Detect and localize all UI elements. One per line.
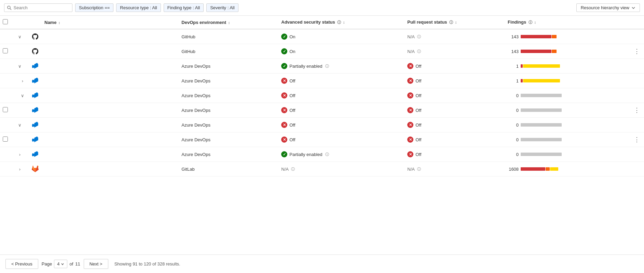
findings-cell: 0 [505, 132, 630, 147]
red-dot [407, 107, 413, 113]
col-header-security[interactable]: Advanced security status ⓘ ↕ [278, 16, 405, 29]
row-menu-icon[interactable]: ⋮ [632, 48, 641, 54]
findings-bar-container: 143 [508, 34, 627, 39]
findings-number: 1608 [508, 167, 519, 172]
findings-cell: 1 [505, 59, 630, 74]
search-input[interactable] [14, 5, 69, 10]
findings-number: 0 [508, 93, 519, 98]
findings-number: 143 [508, 34, 519, 39]
red-dot [407, 122, 413, 128]
status-off: Off [407, 107, 502, 113]
expand-cell [14, 103, 29, 118]
icon-cell [29, 59, 42, 74]
findings-bar [521, 50, 562, 53]
filter-subscription[interactable]: Subscription == [75, 3, 113, 12]
findings-bar-container: 0 [508, 93, 627, 98]
expand-icon[interactable]: › [19, 77, 26, 84]
status-off: Off [407, 78, 502, 84]
status-off: Off [407, 151, 502, 157]
expand-icon[interactable]: › [16, 151, 23, 158]
sort-findings-icon: ↕ [534, 20, 536, 24]
checkbox-cell [0, 29, 14, 44]
col-header-pr[interactable]: Pull request status ⓘ ↕ [405, 16, 505, 29]
bar-segment-gray [521, 123, 562, 127]
red-dot [281, 122, 287, 128]
name-cell [42, 147, 179, 162]
name-cell [42, 44, 179, 59]
expand-cell: ∨ [14, 29, 29, 44]
actions-cell [630, 59, 644, 74]
status-off: Off [407, 63, 502, 69]
col-header-name[interactable]: Name ↕ [42, 16, 179, 29]
status-na: N/Aⓘ [407, 167, 502, 172]
bar-segment-red [521, 167, 545, 171]
col-header-devops[interactable]: DevOps environment ↕ [179, 16, 278, 29]
col-header-findings[interactable]: Findings ⓘ ↕ [505, 16, 630, 29]
green-dot [281, 63, 287, 69]
expand-cell [14, 132, 29, 147]
findings-bar-container: 0 [508, 137, 627, 142]
actions-cell: ⋮ [630, 132, 644, 147]
status-off: Off [407, 92, 502, 99]
devops-cell: Azure DevOps [179, 147, 278, 162]
pr-cell: Off [405, 103, 505, 118]
findings-bar-container: 143 [508, 49, 627, 54]
name-cell [42, 29, 179, 44]
findings-cell: 0 [505, 118, 630, 132]
green-dot [281, 151, 287, 157]
expand-cell: › [14, 74, 29, 88]
security-cell: N/Aⓘ [278, 162, 405, 177]
select-all-header[interactable] [0, 16, 14, 29]
icon-cell [29, 74, 42, 88]
filter-resource-type[interactable]: Resource type : All [116, 3, 161, 12]
collapse-icon[interactable]: ∨ [16, 63, 23, 69]
icon-cell [29, 132, 42, 147]
findings-cell: 0 [505, 147, 630, 162]
bar-segment-red [521, 50, 551, 53]
name-cell [42, 74, 179, 88]
chevron-down-icon [631, 6, 635, 10]
table-row: › GitLab N/Aⓘ N/Aⓘ 1608 [0, 162, 644, 177]
main-table-container: Name ↕ DevOps environment ↕ Advanced sec… [0, 16, 644, 177]
bar-segment-gray [521, 108, 562, 112]
row-menu-icon[interactable]: ⋮ [632, 107, 641, 113]
status-na: N/Aⓘ [407, 49, 502, 54]
findings-bar [521, 108, 562, 112]
findings-cell: 1 [505, 74, 630, 88]
security-cell: Off [278, 88, 405, 103]
gitlab-icon [31, 166, 39, 171]
red-dot [407, 63, 413, 69]
checkbox-cell [0, 88, 14, 103]
actions-cell [630, 118, 644, 132]
table-row: ∨ Azure DevOps Off Off 0 [0, 118, 644, 132]
table-row: GitHub On N/Aⓘ 143 ⋮ [0, 44, 644, 59]
svg-line-1 [10, 8, 11, 10]
findings-bar [521, 123, 562, 127]
findings-bar [521, 79, 562, 82]
status-info-icon: ⓘ [417, 34, 421, 39]
search-box[interactable] [4, 3, 72, 12]
filter-finding-type[interactable]: Finding type : All [164, 3, 204, 12]
row-checkbox[interactable] [3, 107, 8, 112]
pr-cell: Off [405, 132, 505, 147]
collapse-icon[interactable]: ∨ [19, 92, 26, 99]
hierarchy-view-button[interactable]: Resource hierarchy view [576, 3, 640, 12]
select-all-checkbox[interactable] [3, 19, 8, 24]
collapse-icon[interactable]: ∨ [16, 121, 23, 128]
status-off: Off [281, 92, 402, 99]
security-cell: Off [278, 103, 405, 118]
red-dot [407, 92, 413, 99]
status-off: Off [407, 122, 502, 128]
icon-cell [29, 88, 42, 103]
bar-segment-red [521, 64, 523, 68]
row-checkbox[interactable] [3, 48, 8, 53]
devops-cell: Azure DevOps [179, 118, 278, 132]
status-on: On [281, 48, 402, 54]
collapse-icon[interactable]: ∨ [16, 33, 23, 40]
azuredevops-icon [31, 151, 39, 156]
row-menu-icon[interactable]: ⋮ [632, 136, 641, 143]
expand-icon[interactable]: › [16, 166, 23, 172]
row-checkbox[interactable] [3, 136, 8, 142]
actions-cell [630, 162, 644, 177]
filter-severity[interactable]: Severity : All [206, 3, 238, 12]
